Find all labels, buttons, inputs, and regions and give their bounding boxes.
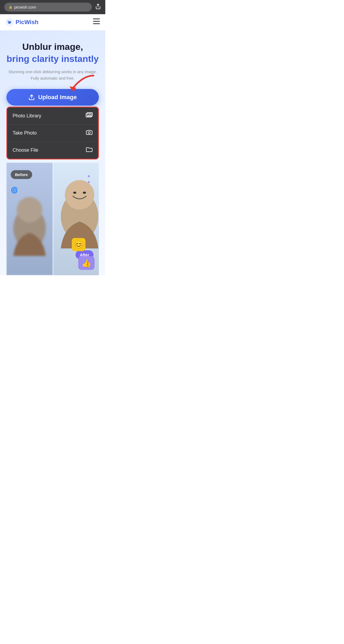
camera-icon bbox=[86, 129, 93, 137]
photo-library-option[interactable]: Photo Library bbox=[7, 107, 98, 125]
logo[interactable]: PicWish bbox=[5, 18, 38, 27]
upload-icon bbox=[28, 94, 35, 100]
logo-text: PicWish bbox=[16, 19, 38, 26]
hero-title-blue: bring clarity instantly bbox=[6, 53, 99, 64]
before-after-preview: ✦✦ 🌀 Bef bbox=[6, 163, 99, 275]
folder-icon bbox=[86, 147, 93, 154]
navbar: PicWish bbox=[0, 14, 105, 31]
before-image bbox=[6, 163, 53, 275]
svg-rect-4 bbox=[93, 21, 100, 22]
choose-file-label: Choose File bbox=[13, 147, 38, 153]
red-arrow-annotation bbox=[64, 73, 96, 94]
before-after-divider bbox=[53, 163, 53, 275]
upload-section: Upload Image Photo Library Take Photo bbox=[6, 89, 99, 159]
svg-point-11 bbox=[88, 132, 90, 134]
upload-dropdown-menu: Photo Library Take Photo bbox=[6, 107, 99, 159]
before-label-tag: Before bbox=[11, 170, 32, 179]
url-bar[interactable]: 🔒 picwish.com bbox=[4, 3, 92, 12]
hamburger-menu-button[interactable] bbox=[93, 18, 100, 26]
photo-library-label: Photo Library bbox=[13, 113, 41, 119]
browser-bar: 🔒 picwish.com bbox=[0, 0, 105, 14]
svg-marker-6 bbox=[69, 86, 76, 92]
lock-icon: 🔒 bbox=[9, 5, 13, 9]
take-photo-option[interactable]: Take Photo bbox=[7, 125, 98, 142]
picwish-logo-icon bbox=[5, 18, 14, 27]
swirl-decoration: 🌀 bbox=[11, 187, 18, 194]
share-button[interactable] bbox=[95, 3, 101, 11]
smile-emoji-decoration: 😊 bbox=[72, 238, 85, 251]
svg-point-13 bbox=[17, 197, 42, 222]
choose-file-option[interactable]: Choose File bbox=[7, 142, 98, 159]
take-photo-label: Take Photo bbox=[13, 130, 37, 136]
svg-point-16 bbox=[73, 192, 76, 194]
svg-rect-3 bbox=[93, 18, 100, 19]
svg-point-17 bbox=[83, 192, 86, 194]
hero-section: Unblur image, bring clarity instantly St… bbox=[0, 31, 105, 275]
thumbs-up-emoji-decoration: 👍 bbox=[78, 256, 95, 270]
upload-button-label: Upload Image bbox=[38, 94, 77, 101]
url-text: picwish.com bbox=[14, 5, 36, 9]
star-decorations: ✦✦ bbox=[87, 173, 91, 185]
svg-rect-5 bbox=[93, 23, 100, 24]
photo-library-icon bbox=[86, 112, 93, 120]
hero-title-black: Unblur image, bbox=[6, 41, 99, 52]
svg-point-2 bbox=[8, 21, 9, 22]
